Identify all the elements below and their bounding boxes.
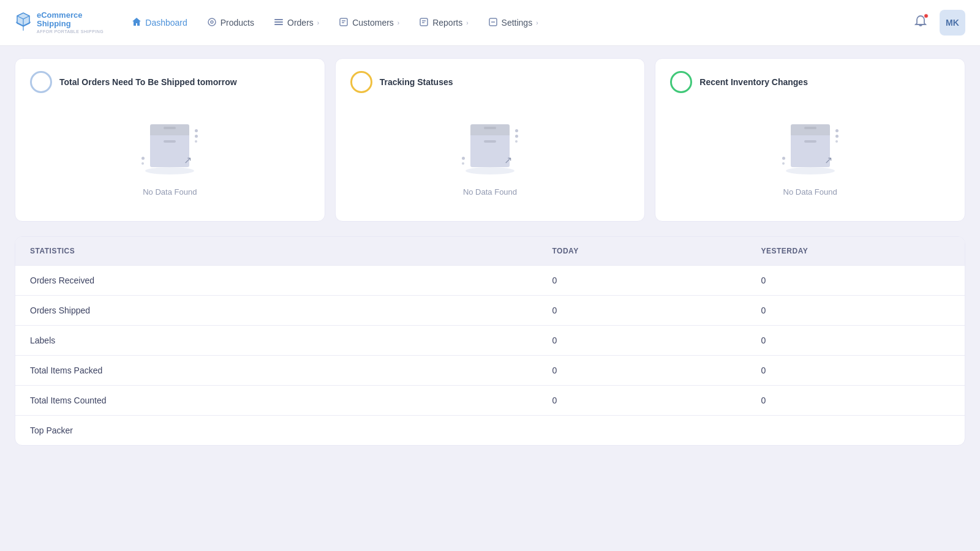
orders-chevron-icon: › (317, 20, 319, 26)
notifications-bell[interactable] (911, 12, 930, 34)
notification-dot (924, 13, 929, 18)
settings-icon (488, 17, 498, 29)
logo-tagline: AFFOR PORTABLE SHIPPING (37, 29, 104, 34)
settings-chevron-icon: › (536, 20, 538, 26)
reports-chevron-icon: › (466, 20, 468, 26)
col-header-today: TODAY (538, 237, 747, 266)
statistics-table: STATISTICS TODAY YESTERDAY Orders Receiv… (15, 237, 965, 445)
stat-label: Top Packer (15, 416, 538, 446)
stats-row: Top Packer (15, 416, 965, 446)
tracking-box-illustration: ↗ (456, 113, 524, 180)
nav-label-reports: Reports (432, 18, 462, 28)
products-icon (207, 17, 217, 29)
svg-rect-3 (274, 21, 283, 23)
svg-rect-8 (420, 18, 428, 26)
logo-icon (15, 11, 32, 34)
svg-rect-5 (340, 18, 347, 26)
nav-item-reports[interactable]: Reports › (410, 12, 477, 34)
stat-label: Orders Shipped (15, 296, 538, 326)
tracking-card: Tracking Statuses (335, 58, 646, 222)
nav-label-customers: Customers (352, 18, 394, 28)
stats-row: Total Items Packed 0 0 (15, 356, 965, 386)
customers-icon (339, 17, 349, 29)
nav-item-settings[interactable]: Settings › (480, 12, 547, 34)
user-avatar[interactable]: MK (940, 10, 965, 36)
nav-label-settings: Settings (502, 18, 533, 28)
home-icon (132, 17, 141, 29)
svg-rect-4 (274, 24, 283, 25)
inventory-circle-icon (670, 71, 692, 93)
orders-circle-icon (30, 71, 52, 93)
stat-yesterday: 0 (747, 296, 965, 326)
inventory-no-data: No Data Found (783, 187, 837, 197)
orders-card-title: Total Orders Need To Be Shipped tomorrow (59, 77, 237, 87)
nav-item-orders[interactable]: Orders › (265, 12, 328, 34)
stat-label: Total Items Packed (15, 356, 538, 386)
orders-box-illustration: ↗ (136, 113, 203, 180)
stats-row: Orders Received 0 0 (15, 266, 965, 296)
stats-row: Total Items Counted 0 0 (15, 386, 965, 416)
logo-shipping: Shipping (37, 20, 104, 28)
tracking-card-image: ↗ No Data Found (456, 103, 524, 204)
orders-icon (274, 17, 284, 29)
stats-table-head: STATISTICS TODAY YESTERDAY (15, 237, 965, 266)
stats-row: Labels 0 0 (15, 326, 965, 356)
reports-icon (419, 17, 429, 29)
stat-label: Total Items Counted (15, 386, 538, 416)
main-nav: Dashboard Products Orders › Customers › (123, 12, 911, 34)
customers-chevron-icon: › (398, 20, 399, 26)
inventory-card-image: ↗ No Data Found (777, 103, 844, 204)
nav-item-dashboard[interactable]: Dashboard (123, 12, 196, 34)
stat-today: 0 (538, 386, 747, 416)
statistics-section: STATISTICS TODAY YESTERDAY Orders Receiv… (15, 236, 965, 446)
stats-header-row: STATISTICS TODAY YESTERDAY (15, 237, 965, 266)
nav-label-orders: Orders (287, 18, 314, 28)
logo-ecommerce: eCommerce (37, 11, 104, 20)
col-header-statistics: STATISTICS (15, 237, 538, 266)
stat-yesterday: 0 (747, 326, 965, 356)
tracking-card-header: Tracking Statuses (350, 71, 630, 93)
header: eCommerce Shipping AFFOR PORTABLE SHIPPI… (0, 0, 980, 46)
nav-item-customers[interactable]: Customers › (330, 12, 408, 34)
stat-today (538, 416, 747, 446)
svg-point-1 (211, 21, 213, 23)
tracking-circle-icon (350, 71, 372, 93)
logo-text: eCommerce Shipping AFFOR PORTABLE SHIPPI… (37, 11, 104, 34)
stat-label: Orders Received (15, 266, 538, 296)
nav-label-dashboard: Dashboard (145, 18, 187, 28)
tracking-card-title: Tracking Statuses (380, 77, 453, 87)
stat-today: 0 (538, 296, 747, 326)
svg-rect-2 (274, 19, 283, 20)
orders-no-data: No Data Found (143, 187, 197, 197)
stat-yesterday (747, 416, 965, 446)
orders-card-image: ↗ No Data Found (136, 103, 203, 204)
avatar-initials: MK (946, 18, 959, 28)
stat-today: 0 (538, 266, 747, 296)
stat-yesterday: 0 (747, 356, 965, 386)
orders-card: Total Orders Need To Be Shipped tomorrow (15, 58, 325, 222)
inventory-box-illustration: ↗ (777, 113, 844, 180)
stat-label: Labels (15, 326, 538, 356)
cards-row: Total Orders Need To Be Shipped tomorrow (15, 58, 965, 222)
stat-yesterday: 0 (747, 386, 965, 416)
orders-card-header: Total Orders Need To Be Shipped tomorrow (30, 71, 310, 93)
stats-table-body: Orders Received 0 0 Orders Shipped 0 0 L… (15, 266, 965, 446)
stats-row: Orders Shipped 0 0 (15, 296, 965, 326)
inventory-card: Recent Inventory Changes (655, 58, 965, 222)
tracking-no-data: No Data Found (463, 187, 517, 197)
col-header-yesterday: YESTERDAY (747, 237, 965, 266)
nav-label-products: Products (221, 18, 254, 28)
stat-today: 0 (538, 326, 747, 356)
stat-yesterday: 0 (747, 266, 965, 296)
inventory-card-header: Recent Inventory Changes (670, 71, 950, 93)
stat-today: 0 (538, 356, 747, 386)
main-content: Total Orders Need To Be Shipped tomorrow (0, 46, 980, 458)
svg-point-0 (208, 18, 216, 26)
nav-item-products[interactable]: Products (198, 12, 263, 34)
logo[interactable]: eCommerce Shipping AFFOR PORTABLE SHIPPI… (15, 11, 104, 34)
inventory-card-title: Recent Inventory Changes (699, 77, 808, 87)
header-right: MK (911, 10, 965, 36)
